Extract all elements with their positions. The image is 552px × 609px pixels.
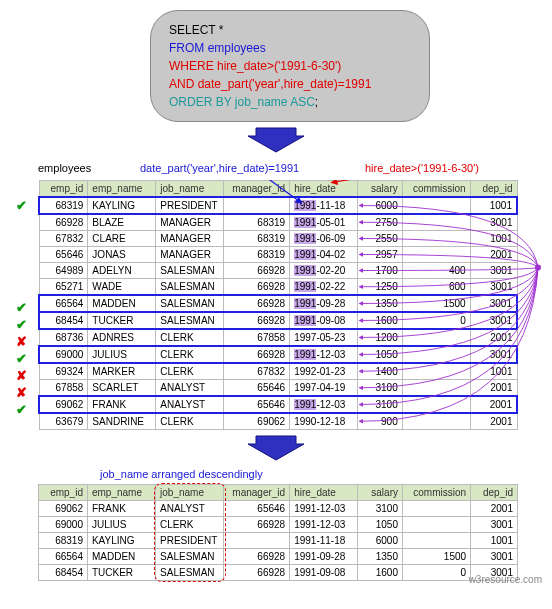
result-table-wrap: emp_idemp_namejob_namemanager_idhire_dat… [38,484,518,581]
cell-emp_id: 69000 [39,517,88,533]
svg-marker-4 [248,436,304,460]
cell-emp_id: 66564 [39,295,88,312]
cell-emp_id: 66928 [39,214,88,231]
col-emp_name: emp_name [87,485,155,501]
cross-icon: ✘ [16,384,36,401]
cell-emp_name: ADELYN [88,263,156,279]
cell-emp_name: CLARE [88,231,156,247]
cell-emp_name: MADDEN [88,295,156,312]
cell-salary: 2957 [358,247,403,263]
cell-job_name: SALESMAN [156,295,224,312]
sql-query-box: SELECT * FROM employees WHERE hire_date>… [150,10,430,122]
cell-salary: 1350 [358,549,403,565]
cell-job_name: ANALYST [156,501,224,517]
cell-manager_id: 66928 [224,549,290,565]
cell-dep_id: 3001 [470,346,517,363]
table-row: 68319KAYLINGPRESIDENT1991-11-1860001001 [39,533,518,549]
cell-commission: 400 [402,263,470,279]
table-row: 68736ADNRESCLERK678581997-05-2312002001 [39,329,517,346]
cell-job_name: CLERK [156,517,224,533]
col-dep_id: dep_id [471,485,518,501]
cell-emp_id: 68454 [39,565,88,581]
table-row: 65646JONASMANAGER683191991-04-0229572001 [39,247,517,263]
cell-salary: 1600 [358,565,403,581]
check-icon: ✔ [16,299,36,316]
cell-hire_date: 1997-04-19 [290,380,358,397]
cell-hire_date: 1991-09-08 [290,565,358,581]
cell-manager_id: 65646 [224,396,290,413]
cell-emp_id: 64989 [39,263,88,279]
col-dep_id: dep_id [470,181,517,198]
cross-icon: ✘ [16,333,36,350]
cell-dep_id: 2001 [470,329,517,346]
cell-hire_date: 1991-11-18 [290,197,358,214]
cell-manager_id: 66928 [224,312,290,329]
cell-commission: 1500 [402,295,470,312]
cell-commission [402,346,470,363]
cell-dep_id: 3001 [470,214,517,231]
cell-hire_date: 1991-09-28 [290,295,358,312]
cell-manager_id [224,197,290,214]
cell-commission: 0 [402,565,470,581]
cell-job_name: SALESMAN [156,279,224,296]
cell-dep_id: 3001 [471,517,518,533]
svg-point-3 [535,265,541,271]
result-table: emp_idemp_namejob_namemanager_idhire_dat… [38,484,518,581]
cell-hire_date: 1990-12-18 [290,413,358,430]
cell-emp_id: 65271 [39,279,88,296]
table-row: 68319KAYLINGPRESIDENT1991-11-1860001001 [39,197,517,214]
cell-job_name: SALESMAN [156,312,224,329]
cell-salary: 1350 [358,295,403,312]
cell-commission [402,517,470,533]
labels-row: employees date_part('year',hire_date)=19… [10,160,542,180]
cell-manager_id: 66928 [224,295,290,312]
cell-salary: 1050 [358,517,403,533]
cell-dep_id: 1001 [470,197,517,214]
cell-salary: 1200 [358,329,403,346]
col-job_name: job_name [156,485,224,501]
table-row: 69062FRANKANALYST656461991-12-0331002001 [39,396,517,413]
cell-hire_date: 1991-09-08 [290,312,358,329]
cell-emp_id: 68319 [39,533,88,549]
cell-emp_id: 68454 [39,312,88,329]
cell-job_name: MANAGER [156,247,224,263]
cell-hire_date: 1991-12-03 [290,517,358,533]
table-row: 65271WADESALESMAN669281991-02-2212506003… [39,279,517,296]
table-row: 67858SCARLETANALYST656461997-04-19310020… [39,380,517,397]
col-emp_id: emp_id [39,485,88,501]
sql-order: ORDER BY job_name ASC [169,95,315,109]
table-row: 63679SANDRINECLERK690621990-12-189002001 [39,413,517,430]
cell-dep_id: 1001 [470,363,517,380]
cell-manager_id: 66928 [224,517,290,533]
cell-emp_id: 69324 [39,363,88,380]
cell-job_name: ANALYST [156,396,224,413]
cell-emp_name: MARKER [88,363,156,380]
cell-hire_date: 1991-12-03 [290,396,358,413]
col-hire_date: hire_date [290,181,358,198]
cell-commission [402,363,470,380]
svg-marker-0 [248,128,304,152]
cell-hire_date: 1991-04-02 [290,247,358,263]
cell-salary: 1400 [358,363,403,380]
sql-and: AND date_part('year',hire_date)=1991 [169,77,371,91]
cell-dep_id: 2001 [471,501,518,517]
table-row: 64989ADELYNSALESMAN669281991-02-20170040… [39,263,517,279]
cell-commission: 0 [402,312,470,329]
cell-emp_id: 69000 [39,346,88,363]
cell-manager_id: 69062 [224,413,290,430]
cell-manager_id: 65646 [224,380,290,397]
cell-job_name: SALESMAN [156,565,224,581]
cell-job_name: CLERK [156,413,224,430]
arrow-down-icon [246,126,306,154]
col-salary: salary [358,485,403,501]
col-job_name: job_name [156,181,224,198]
cell-dep_id: 3001 [470,279,517,296]
cell-emp_name: SCARLET [88,380,156,397]
table-row: 66564MADDENSALESMAN669281991-09-28135015… [39,549,518,565]
sql-select: SELECT * [169,23,223,37]
table-row: 69324MARKERCLERK678321992-01-2314001001 [39,363,517,380]
cell-manager_id: 66928 [224,263,290,279]
cell-emp_name: TUCKER [87,565,155,581]
cell-dep_id: 3001 [470,295,517,312]
check-icon: ✔ [16,197,36,214]
